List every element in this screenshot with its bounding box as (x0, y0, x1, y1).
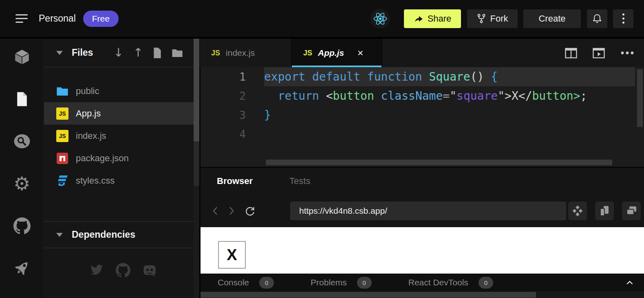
files-title: Files (72, 47, 93, 58)
line-number: 4 (201, 128, 264, 140)
upload-icon[interactable]: ↑ (133, 47, 143, 59)
code-text (264, 125, 635, 144)
panel-bottom-scrollbar[interactable] (201, 291, 644, 298)
chevron-down-icon (56, 233, 63, 237)
file-name: App.js (76, 108, 101, 119)
responsive-mode-button[interactable] (595, 202, 614, 220)
close-tab-icon[interactable]: ✕ (357, 48, 364, 57)
code-lines: 1export default function Square() {2 ret… (201, 67, 644, 144)
files-scrollbar-thumb[interactable] (194, 39, 199, 141)
file-row-public[interactable]: public (44, 80, 194, 102)
back-icon[interactable] (210, 206, 221, 216)
files-scrollbar[interactable] (194, 39, 199, 298)
dependencies-header[interactable]: Dependencies (44, 221, 194, 248)
code-text: return <button className="square">X</but… (264, 86, 635, 105)
editor-tab-bar: JS index.js JS App.js ✕ (200, 39, 644, 67)
tab-index-js[interactable]: JS index.js (200, 39, 292, 67)
js-file-icon: JS (56, 130, 68, 142)
refresh-icon[interactable] (244, 206, 255, 217)
preview-settings-button[interactable] (568, 202, 587, 220)
file-name: package.json (76, 153, 129, 164)
deploy-rocket-icon[interactable] (0, 247, 44, 289)
github-icon[interactable] (0, 205, 44, 247)
problems-tab[interactable]: Problems 0 (311, 277, 372, 289)
url-bar[interactable]: https://vkd4n8.csb.app/ (290, 202, 566, 220)
file-row-app-js[interactable]: JS App.js (44, 102, 194, 125)
code-editor[interactable]: 1export default function Square() {2 ret… (200, 67, 644, 167)
open-new-window-button[interactable] (622, 202, 641, 220)
github-social-icon[interactable] (116, 263, 130, 278)
forward-icon[interactable] (226, 206, 237, 216)
notifications-button[interactable] (587, 9, 607, 28)
share-label: Share (428, 13, 452, 24)
chevron-up-icon[interactable] (626, 280, 633, 285)
share-arrow-icon (414, 14, 423, 23)
fork-label: Fork (490, 13, 508, 24)
devtool-tabs: Browser Tests (201, 168, 644, 195)
browser-preview[interactable]: X (201, 227, 644, 274)
share-button[interactable]: Share (404, 9, 461, 28)
code-text: } (264, 105, 635, 125)
editor-horizontal-scrollbar[interactable] (266, 160, 612, 165)
console-label: Console (218, 278, 249, 287)
editor-vertical-scrollbar[interactable] (637, 69, 643, 127)
download-icon[interactable]: ↓ (113, 47, 123, 59)
fork-icon (477, 13, 486, 24)
css-file-icon (56, 174, 68, 187)
line-number: 3 (201, 109, 264, 121)
menu-icon[interactable] (15, 14, 28, 23)
chevron-down-icon[interactable] (56, 51, 63, 55)
workspace-name[interactable]: Personal (39, 13, 76, 24)
new-folder-icon[interactable] (172, 48, 183, 57)
count-badge: 0 (259, 277, 274, 289)
react-devtools-label: React DevTools (408, 278, 468, 287)
discord-icon[interactable] (142, 263, 157, 278)
file-row-styles-css[interactable]: styles.css (44, 169, 194, 192)
js-lang-icon: JS (303, 49, 312, 57)
react-logo-icon (371, 9, 390, 28)
tab-label: App.js (318, 48, 344, 58)
more-menu-button[interactable] (613, 9, 633, 28)
file-row-package-json[interactable]: package.json (44, 147, 194, 169)
code-line[interactable]: 3} (201, 105, 644, 125)
square-button[interactable]: X (218, 241, 246, 269)
react-devtools-tab[interactable]: React DevTools 0 (408, 277, 493, 289)
search-icon[interactable] (0, 120, 44, 162)
url-text: https://vkd4n8.csb.app/ (299, 206, 387, 216)
line-number: 1 (201, 71, 264, 83)
panel-scrollbar-thumb[interactable] (201, 292, 536, 298)
dependencies-title: Dependencies (72, 229, 135, 240)
new-file-icon[interactable] (153, 47, 162, 59)
code-line[interactable]: 2 return <button className="square">X</b… (201, 86, 644, 105)
settings-gear-icon[interactable]: ⚙ (0, 162, 44, 205)
code-line[interactable]: 4 (201, 125, 644, 144)
console-tab[interactable]: Console 0 (218, 277, 274, 289)
fork-button[interactable]: Fork (467, 9, 518, 28)
plan-badge: Free (83, 11, 119, 27)
code-text: export default function Square() { (264, 67, 635, 86)
folder-icon (56, 86, 68, 96)
browser-toolbar: https://vkd4n8.csb.app/ (201, 195, 644, 227)
activity-rail: ⚙ (0, 39, 44, 298)
code-line[interactable]: 1export default function Square() { (201, 67, 644, 86)
js-lang-icon: JS (211, 49, 220, 57)
create-button[interactable]: Create (523, 9, 581, 28)
diamonds-icon (571, 205, 584, 217)
npm-file-icon (56, 152, 68, 164)
file-explorer-icon[interactable] (0, 78, 44, 120)
codesandbox-app: Personal Free Share (0, 0, 644, 298)
windows-icon (625, 205, 637, 217)
tab-tests[interactable]: Tests (289, 176, 310, 186)
file-name: index.js (76, 131, 106, 141)
tab-label: index.js (226, 48, 255, 58)
sandbox-cube-icon[interactable] (0, 35, 44, 78)
social-links (44, 263, 194, 278)
twitter-icon[interactable] (89, 263, 104, 278)
tab-browser[interactable]: Browser (217, 176, 253, 186)
editor-more-options-icon[interactable] (620, 51, 634, 55)
file-row-index-js[interactable]: JS index.js (44, 125, 194, 147)
tab-app-js[interactable]: JS App.js ✕ (292, 39, 382, 67)
split-view-icon[interactable] (565, 48, 577, 59)
preview-window-icon[interactable] (593, 48, 605, 59)
count-badge: 0 (479, 277, 493, 289)
